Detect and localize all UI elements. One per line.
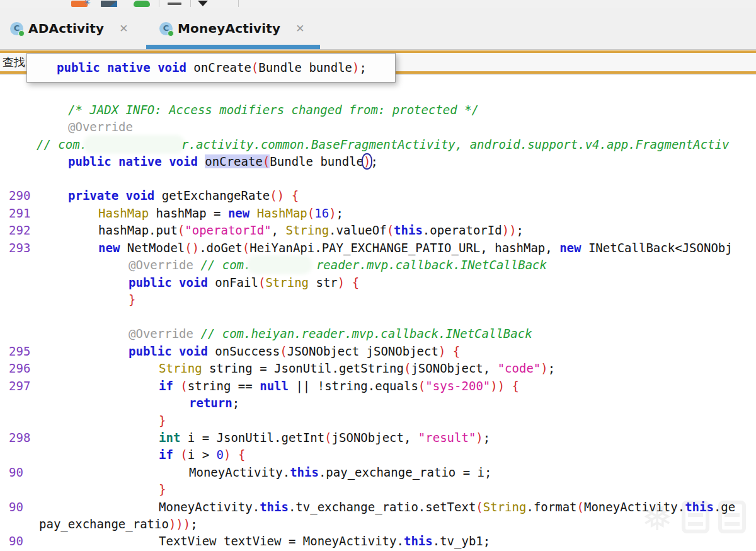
code-segment: .ge xyxy=(714,500,735,514)
code-line[interactable]: @Override // com.heiyan.reader.mvp.callb… xyxy=(129,325,532,342)
code-segment: ; xyxy=(370,154,377,168)
code-segment: .tv_exchange_ratio.setText xyxy=(289,500,476,514)
censor-blur xyxy=(251,259,309,270)
code-segment: String xyxy=(285,223,329,237)
code-segment: ) xyxy=(329,206,336,220)
code-segment: ( xyxy=(180,379,187,393)
code-line[interactable]: hashMap.put("operatorId", String.valueOf… xyxy=(98,222,524,238)
code-line[interactable]: public void onSuccess(JSONObject jSONObj… xyxy=(129,343,460,359)
code-segment: null xyxy=(260,379,289,393)
code-editor[interactable]: /* JADX INFO: Access modifiers changed f… xyxy=(0,83,756,551)
code-segment xyxy=(284,188,291,202)
code-line[interactable]: @Override xyxy=(68,119,133,135)
code-segment: hashMap.put xyxy=(98,223,178,237)
code-segment: )) xyxy=(502,223,517,237)
code-line[interactable]: pay_exchange_ratio))); xyxy=(39,516,198,532)
code-segment: ) xyxy=(438,344,445,358)
code-segment: onFail xyxy=(215,276,258,289)
code-segment xyxy=(231,448,238,461)
code-line[interactable]: } xyxy=(129,291,135,308)
code-line[interactable]: if (string == null || !string.equals("sy… xyxy=(159,378,519,394)
code-segment: .doGet xyxy=(199,241,243,255)
code-line[interactable]: // com.r.activity.common.BaseFragmentAct… xyxy=(37,136,729,153)
code-line[interactable]: private void getExchangeRate() { xyxy=(68,187,299,204)
code-line[interactable]: } xyxy=(159,481,166,497)
code-segment: this xyxy=(685,500,714,514)
code-segment: String xyxy=(159,361,202,375)
code-segment: ( xyxy=(307,206,314,220)
code-line[interactable]: return; xyxy=(189,395,239,411)
code-segment: JSONObject jSONObject xyxy=(287,344,438,358)
code-segment: } xyxy=(159,414,166,427)
code-segment: ( xyxy=(178,223,185,237)
code-line[interactable]: int i = JsonUtil.getInt(jSONObject, "res… xyxy=(159,429,490,446)
code-segment xyxy=(249,206,256,220)
tab-moneyactivity[interactable]: C MoneyActivity ✕ xyxy=(159,14,305,43)
class-icon: C xyxy=(159,22,173,35)
code-segment: return xyxy=(189,396,232,410)
code-segment: MoneyActivity. xyxy=(189,465,290,479)
code-line[interactable]: MoneyActivity.this.tv_exchange_ratio.set… xyxy=(159,499,735,515)
code-segment: () xyxy=(270,188,284,202)
code-segment: r.activity.common.BaseFragmentActivity, … xyxy=(181,137,729,151)
code-line[interactable]: TextView textView = MoneyActivity.this.t… xyxy=(159,533,490,549)
code-line[interactable]: @Override // com. reader.mvp.callback.IN… xyxy=(129,257,547,273)
code-segment: this xyxy=(404,534,433,548)
sync-icon[interactable] xyxy=(134,1,150,7)
code-segment: 0 xyxy=(217,448,224,461)
code-line[interactable]: if (i > 0) { xyxy=(159,446,245,463)
code-segment: getExchangeRate xyxy=(162,188,270,202)
code-segment: ) xyxy=(352,61,359,74)
tab-adactivity[interactable]: C ADActivity ✕ xyxy=(10,14,129,43)
code-segment: String xyxy=(265,276,309,289)
line-number: 90 xyxy=(9,533,34,549)
code-segment: () xyxy=(185,241,199,255)
log-icon[interactable] xyxy=(101,1,117,7)
code-segment: "sys-200" xyxy=(425,379,490,393)
code-segment: 16 xyxy=(314,206,329,220)
close-icon[interactable]: ✕ xyxy=(295,22,304,35)
code-segment xyxy=(445,344,452,358)
code-segment: HashMap xyxy=(257,206,307,220)
code-segment: string == xyxy=(188,379,260,393)
find-label: 查找: xyxy=(3,55,29,70)
code-line[interactable]: public native void onCreate(Bundle bundl… xyxy=(68,153,378,170)
code-segment: @Override xyxy=(68,120,133,134)
code-segment: if xyxy=(159,379,173,393)
code-segment: } xyxy=(159,482,166,496)
code-line[interactable]: String string = JsonUtil.getString(jSONO… xyxy=(159,360,555,376)
method-signature-tooltip: public native void onCreate(Bundle bundl… xyxy=(26,53,396,83)
code-segment: onCreate xyxy=(205,154,263,168)
class-status-dot xyxy=(18,30,25,37)
code-segment: jSONObject, xyxy=(411,361,497,375)
code-line[interactable]: MoneyActivity.this.pay_exchange_ratio = … xyxy=(189,464,491,480)
code-segment: new xyxy=(559,241,581,255)
code-line[interactable]: /* JADX INFO: Access modifiers changed f… xyxy=(68,102,479,118)
code-line[interactable]: HashMap hashMap = new HashMap(16); xyxy=(98,205,343,221)
code-segment: onSuccess xyxy=(215,344,280,358)
code-segment: ; xyxy=(336,206,343,220)
code-segment: private void xyxy=(68,188,162,202)
code-segment: HashMap xyxy=(98,206,149,220)
code-segment: @Override xyxy=(129,258,200,272)
code-segment: // com.heiyan.reader.mvp.callback.INetCa… xyxy=(200,327,532,340)
code-line[interactable]: } xyxy=(159,412,166,429)
code-segment: i > xyxy=(188,448,217,461)
line-number: 292 xyxy=(9,222,34,238)
code-segment: ( xyxy=(251,61,258,74)
dropdown-arrow-icon[interactable] xyxy=(198,1,208,6)
code-segment: str xyxy=(309,276,338,289)
code-line[interactable]: new NetModel().doGet(HeiYanApi.PAY_EXCHA… xyxy=(98,240,733,256)
minimize-icon[interactable] xyxy=(168,3,181,5)
code-segment: { xyxy=(352,276,359,289)
code-segment: MoneyActivity. xyxy=(584,500,685,514)
code-segment: "operatorId" xyxy=(185,223,271,237)
code-segment: .valueOf xyxy=(329,223,387,237)
settings-icon[interactable]: ✳ xyxy=(71,1,88,7)
code-segment: TextView textView = MoneyActivity. xyxy=(159,534,404,548)
code-segment: ) xyxy=(338,276,345,289)
active-tab-underline xyxy=(146,45,320,49)
code-segment: ( xyxy=(243,241,249,255)
code-line[interactable]: public void onFail(String str) { xyxy=(129,274,359,291)
close-icon[interactable]: ✕ xyxy=(119,22,128,35)
